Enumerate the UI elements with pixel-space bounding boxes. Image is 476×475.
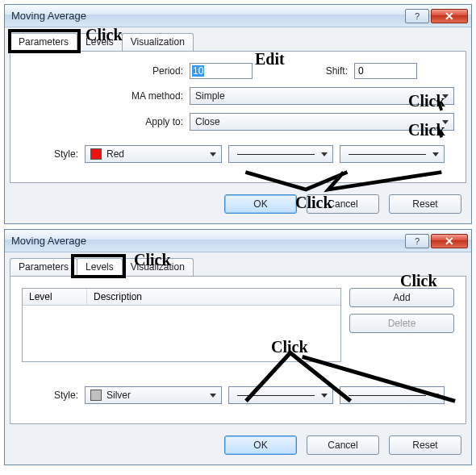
style-color-select[interactable]: Silver xyxy=(85,386,222,404)
tab-visualization[interactable]: Visualization xyxy=(122,33,194,52)
apply-to-label: Apply to: xyxy=(22,116,183,127)
tabstrip: Parameters Levels Visualization xyxy=(5,27,471,51)
add-button[interactable]: Add xyxy=(349,288,454,307)
moving-average-dialog-levels: Moving Average ? ✕ Parameters Levels Vis… xyxy=(4,229,472,465)
cancel-button[interactable]: Cancel xyxy=(307,194,379,214)
levels-panel: Level Description Add Delete Style: Silv… xyxy=(10,276,466,424)
reset-button[interactable]: Reset xyxy=(389,435,461,455)
color-swatch-icon xyxy=(90,148,102,160)
line-style-icon xyxy=(237,395,315,396)
close-button[interactable]: ✕ xyxy=(431,9,468,23)
window-title: Moving Average xyxy=(11,235,403,247)
delete-button[interactable]: Delete xyxy=(349,314,454,333)
titlebar[interactable]: Moving Average ? ✕ xyxy=(5,230,471,252)
tab-levels[interactable]: Levels xyxy=(77,33,123,52)
tab-parameters[interactable]: Parameters xyxy=(10,258,77,277)
line-width-icon xyxy=(349,154,426,155)
close-button[interactable]: ✕ xyxy=(431,234,468,248)
apply-to-select[interactable]: Close xyxy=(190,113,454,131)
ma-method-select[interactable]: Simple xyxy=(190,87,454,105)
color-swatch-icon xyxy=(90,390,102,401)
tab-visualization[interactable]: Visualization xyxy=(122,258,194,277)
tab-parameters[interactable]: Parameters xyxy=(10,33,77,52)
dialog-button-row: OK Cancel Reset xyxy=(5,429,471,465)
cancel-button[interactable]: Cancel xyxy=(307,435,379,455)
moving-average-dialog-parameters: Moving Average ? ✕ Parameters Levels Vis… xyxy=(4,4,472,224)
reset-button[interactable]: Reset xyxy=(389,194,461,214)
parameters-panel: Period: 10 Shift: MA method: Simple Appl… xyxy=(10,51,466,183)
style-color-select[interactable]: Red xyxy=(85,145,222,163)
style-line-select[interactable] xyxy=(228,145,333,163)
ok-button[interactable]: OK xyxy=(224,435,297,455)
levels-list-header: Level Description xyxy=(23,289,340,306)
col-description[interactable]: Description xyxy=(87,289,340,305)
style-label: Style: xyxy=(22,390,78,401)
window-title: Moving Average xyxy=(11,10,403,22)
help-button[interactable]: ? xyxy=(405,9,429,23)
style-label: Style: xyxy=(22,148,78,160)
tab-levels[interactable]: Levels xyxy=(77,258,123,277)
dialog-button-row: OK Cancel Reset xyxy=(5,188,471,223)
style-line-select[interactable] xyxy=(228,386,333,404)
ma-method-label: MA method: xyxy=(22,90,183,102)
ok-button[interactable]: OK xyxy=(224,194,297,214)
style-width-select[interactable] xyxy=(340,145,445,163)
style-width-select[interactable] xyxy=(340,386,445,404)
levels-side-buttons: Add Delete xyxy=(349,288,454,362)
levels-list[interactable]: Level Description xyxy=(22,288,341,362)
titlebar[interactable]: Moving Average ? ✕ xyxy=(5,5,471,27)
line-width-icon xyxy=(349,395,426,396)
period-label: Period: xyxy=(22,65,183,77)
shift-label: Shift: xyxy=(259,65,348,77)
line-style-icon xyxy=(237,154,315,155)
shift-input[interactable] xyxy=(354,63,417,79)
tabstrip: Parameters Levels Visualization xyxy=(5,252,471,276)
help-button[interactable]: ? xyxy=(405,234,429,248)
col-level[interactable]: Level xyxy=(23,289,87,305)
period-input[interactable]: 10 xyxy=(190,63,253,79)
